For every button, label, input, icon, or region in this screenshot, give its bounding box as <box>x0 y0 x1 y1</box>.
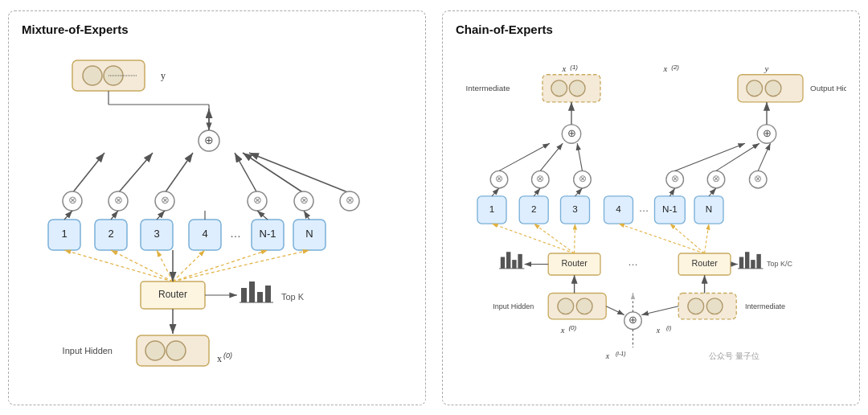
svg-line-163 <box>641 306 678 314</box>
svg-point-73 <box>551 80 567 96</box>
svg-line-122 <box>575 188 583 196</box>
svg-point-76 <box>747 80 763 96</box>
svg-line-141 <box>619 224 705 253</box>
input-hidden-label: Input Hidden <box>63 346 113 355</box>
svg-line-139 <box>534 224 574 253</box>
svg-line-57 <box>173 250 309 281</box>
coe-svg: Intermediate Output Hidden x (1) x (2) y… <box>456 44 846 390</box>
intermediate-label-bottom: Intermediate <box>745 302 785 310</box>
svg-text:x: x <box>656 326 661 335</box>
svg-text:…: … <box>230 227 241 240</box>
svg-line-142 <box>669 224 704 253</box>
svg-text:⊕: ⊕ <box>628 314 637 326</box>
svg-line-56 <box>173 250 268 281</box>
top-kc-label: Top K/C <box>767 260 793 268</box>
svg-text:⊗: ⊗ <box>300 194 309 206</box>
svg-text:(2): (2) <box>671 63 679 70</box>
svg-line-105 <box>716 143 760 171</box>
svg-text:(i): (i) <box>666 324 671 331</box>
svg-text:⊗: ⊗ <box>161 194 170 206</box>
svg-line-45 <box>304 211 309 220</box>
svg-text:⊗: ⊗ <box>253 194 262 206</box>
main-container: Mixture-of-Experts y <box>8 10 860 405</box>
svg-text:…: … <box>628 257 638 268</box>
svg-line-121 <box>534 188 540 196</box>
svg-text:⊗: ⊗ <box>712 173 720 183</box>
svg-text:x: x <box>560 325 565 335</box>
svg-text:N: N <box>706 203 712 214</box>
top-k-label: Top K <box>281 292 305 302</box>
svg-text:⊗: ⊗ <box>671 173 679 183</box>
svg-line-40 <box>64 211 72 220</box>
svg-line-44 <box>257 211 268 220</box>
svg-text:x: x <box>605 351 610 360</box>
svg-line-106 <box>758 143 770 171</box>
svg-line-120 <box>492 188 499 196</box>
svg-line-14 <box>249 153 350 193</box>
svg-rect-134 <box>506 252 510 269</box>
svg-text:(0): (0) <box>223 351 232 360</box>
svg-line-123 <box>669 188 674 196</box>
svg-line-143 <box>705 224 709 253</box>
svg-line-101 <box>499 143 550 171</box>
svg-text:⊗: ⊗ <box>495 173 503 183</box>
svg-text:2: 2 <box>531 203 537 214</box>
svg-point-61 <box>166 341 186 360</box>
svg-text:…: … <box>639 202 649 213</box>
svg-line-55 <box>173 250 205 281</box>
svg-point-149 <box>706 298 723 314</box>
svg-line-13 <box>243 153 304 193</box>
svg-text:N-1: N-1 <box>260 228 276 240</box>
svg-text:3: 3 <box>154 228 159 240</box>
svg-point-74 <box>569 80 585 96</box>
svg-text:3: 3 <box>572 203 578 214</box>
right-diagram: Chain-of-Experts Intermediate <box>442 10 860 405</box>
svg-text:(i-1): (i-1) <box>616 349 626 356</box>
svg-line-124 <box>709 188 716 196</box>
svg-text:4: 4 <box>202 228 207 240</box>
left-title: Mixture-of-Experts <box>22 23 412 36</box>
svg-rect-48 <box>249 281 255 302</box>
y-label-left: y <box>161 70 166 81</box>
svg-rect-50 <box>265 286 271 302</box>
svg-line-162 <box>606 306 624 314</box>
svg-line-138 <box>492 224 575 253</box>
svg-line-52 <box>64 250 173 281</box>
router-label-left: Router <box>158 289 187 300</box>
svg-point-145 <box>558 298 574 314</box>
svg-point-148 <box>688 298 704 314</box>
svg-rect-131 <box>756 253 760 268</box>
svg-text:⊗: ⊗ <box>579 173 587 183</box>
svg-rect-128 <box>739 257 743 268</box>
svg-text:(1): (1) <box>570 63 578 70</box>
svg-line-11 <box>165 153 193 193</box>
input-hidden-label-right: Input Hidden <box>493 302 534 310</box>
svg-text:1: 1 <box>489 203 495 214</box>
svg-line-103 <box>577 143 582 171</box>
moe-svg: y ⊕ ⊗ ⊗ ⊗ ⊗ <box>22 44 412 390</box>
svg-line-10 <box>118 153 153 193</box>
svg-text:⊗: ⊗ <box>754 173 762 183</box>
left-diagram: Mixture-of-Experts y <box>8 10 426 405</box>
svg-text:⊗: ⊗ <box>68 194 77 206</box>
svg-text:x: x <box>562 64 567 73</box>
svg-text:⊗: ⊗ <box>346 194 354 206</box>
svg-text:⊗: ⊗ <box>536 173 544 183</box>
svg-line-41 <box>111 211 118 220</box>
svg-rect-133 <box>501 257 505 268</box>
svg-text:(0): (0) <box>568 324 576 331</box>
right-title: Chain-of-Experts <box>456 23 846 36</box>
router1-label-right: Router <box>561 258 588 268</box>
svg-line-42 <box>157 211 165 220</box>
svg-line-12 <box>235 153 257 193</box>
svg-line-102 <box>540 143 563 171</box>
svg-point-60 <box>145 341 165 360</box>
svg-text:⊕: ⊕ <box>763 127 772 138</box>
intermediate-label-top: Intermediate <box>466 83 510 92</box>
svg-text:⊗: ⊗ <box>114 194 123 206</box>
output-hidden-label-right: Output Hidden <box>810 83 846 92</box>
svg-text:N: N <box>305 228 313 240</box>
svg-line-140 <box>575 224 575 253</box>
svg-point-146 <box>576 298 592 314</box>
svg-line-104 <box>675 143 745 171</box>
